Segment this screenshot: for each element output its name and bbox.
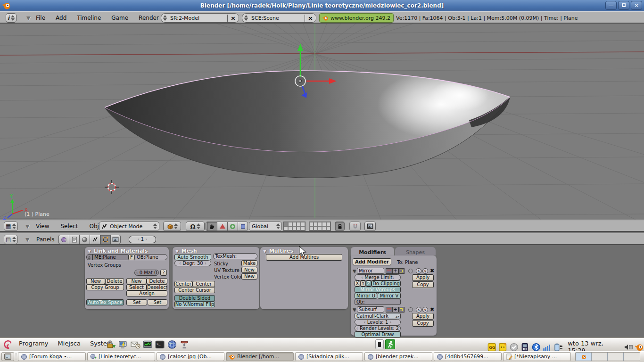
editmode-visibility-icon[interactable] xyxy=(398,268,405,274)
mirror-vgroups-toggle[interactable]: Mirror Vgroups xyxy=(355,287,401,293)
add-modifier-button[interactable]: Add Modifier xyxy=(353,258,391,265)
workspace-switcher[interactable] xyxy=(575,352,640,361)
panel-header[interactable]: ▼ Link and Materials xyxy=(88,248,148,254)
taskbar-window-4d8b[interactable]: [4d8b4567699... xyxy=(434,352,502,361)
mirror-object-field[interactable]: Ob: xyxy=(355,299,401,305)
material-counter[interactable]: ‹ 0 Mat 0 › xyxy=(134,270,159,276)
battery-tray-icon[interactable] xyxy=(554,343,563,352)
scale-manipulator-button[interactable] xyxy=(227,222,238,231)
blender-tray-icon[interactable] xyxy=(635,343,644,352)
panel-header[interactable]: ▼ Multires xyxy=(263,248,293,254)
mirror-axis-y-toggle[interactable]: Y xyxy=(360,280,366,287)
cage-toggle-icon[interactable] xyxy=(408,269,413,273)
workspace-3[interactable] xyxy=(608,353,624,361)
stepper-icon[interactable] xyxy=(244,15,248,21)
taskbar-window-linie[interactable]: [Linie teoretyc... xyxy=(87,352,155,361)
material-help-button[interactable]: ? xyxy=(160,270,167,276)
software-update-launcher-icon[interactable] xyxy=(106,339,116,350)
mirror-axis-x-toggle[interactable]: X xyxy=(355,280,360,287)
draw-type-selector[interactable] xyxy=(163,222,181,231)
frame-counter[interactable]: ‹ 1 › xyxy=(129,236,156,243)
collapse-arrow-icon[interactable]: ▼ xyxy=(25,223,29,230)
degr-slider[interactable]: ‹ Degr: 30 › xyxy=(174,260,211,266)
expand-icon[interactable]: ▼ xyxy=(353,269,356,273)
menu-timeline[interactable]: Timeline xyxy=(75,15,103,21)
web-browser-launcher-icon[interactable] xyxy=(167,339,177,350)
move-down-button[interactable]: ∨ xyxy=(422,268,428,274)
tab-modifiers[interactable]: Modifiers xyxy=(351,247,394,255)
terminal-launcher-icon[interactable]: >_ xyxy=(155,339,165,350)
mode-selector[interactable]: Object Mode xyxy=(99,222,159,231)
signal-strength-tray-icon[interactable] xyxy=(543,343,551,352)
snap-button[interactable] xyxy=(349,222,361,231)
double-sided-toggle[interactable]: Double Sided xyxy=(174,295,215,301)
sticky-make-button[interactable]: Make xyxy=(241,260,257,266)
unlink-scene-button[interactable]: × xyxy=(305,15,316,22)
combo-manipulator-button[interactable] xyxy=(238,222,248,231)
menu-render[interactable]: Render xyxy=(137,15,161,21)
debian-menu-icon[interactable] xyxy=(3,339,13,350)
subsurf-apply-button[interactable]: Apply xyxy=(412,313,434,320)
center-new-button[interactable]: Center New xyxy=(192,281,215,287)
show-desktop-button[interactable] xyxy=(1,352,14,361)
workbench-launcher-icon[interactable] xyxy=(179,339,190,350)
menu-add[interactable]: Add xyxy=(54,15,68,21)
workspace-1[interactable] xyxy=(576,353,592,361)
rotate-manipulator-button[interactable] xyxy=(217,222,227,231)
no-vnormal-flip-toggle[interactable]: No V.Normal Flip xyxy=(174,301,215,307)
fake-user-button[interactable]: F xyxy=(128,254,135,260)
realtime-visibility-icon[interactable]: + xyxy=(392,268,398,274)
object-name-field[interactable]: OB:Plane xyxy=(135,254,167,260)
render-levels-slider[interactable]: ‹ Render Levels: 2 › xyxy=(355,325,401,331)
close-button[interactable]: × xyxy=(631,1,642,10)
panels-label[interactable]: Panels xyxy=(34,236,57,243)
workspace-2[interactable] xyxy=(592,353,608,361)
subsurf-name-field[interactable]: Subsurf xyxy=(357,306,384,313)
mirror-axis-z-toggle[interactable]: Z xyxy=(366,280,372,287)
window-type-selector[interactable]: ▦ xyxy=(4,222,18,231)
window-type-selector[interactable]: i xyxy=(6,13,17,23)
menu-file[interactable]: File xyxy=(34,15,47,21)
bluetooth-tray-icon[interactable] xyxy=(532,343,540,352)
delete-modifier-icon[interactable]: ✖ xyxy=(430,306,434,313)
copy-group-button[interactable]: Copy Group xyxy=(86,284,124,290)
mesh-name-field[interactable]: ME:Plane xyxy=(92,254,128,260)
screen-selector[interactable]: SR:2-Model × xyxy=(161,13,239,23)
tab-shapes[interactable]: Shapes xyxy=(395,247,436,255)
subsurf-levels-slider[interactable]: ‹ Levels: 1 › xyxy=(355,319,401,325)
cage-toggle-icon[interactable] xyxy=(408,307,413,312)
layer-buttons-group-2[interactable] xyxy=(309,222,331,231)
maximize-button[interactable] xyxy=(618,1,629,10)
collapse-arrow-icon[interactable]: ▼ xyxy=(25,237,29,243)
lock-layers-button[interactable] xyxy=(335,222,345,231)
optimal-draw-toggle[interactable]: Optimal Draw xyxy=(355,331,401,337)
window-titlebar[interactable]: Blender [/home/radek/Holk/Plany/Linie te… xyxy=(0,0,644,11)
vertex-color-new-button[interactable]: New xyxy=(241,273,257,280)
editing-buttons-tab[interactable] xyxy=(100,235,110,244)
texmesh-field[interactable]: TexMesh: xyxy=(213,253,257,259)
mirror-copy-button[interactable]: Copy xyxy=(412,281,434,288)
logic-buttons-tab[interactable] xyxy=(58,235,69,244)
taskbar-window-forum[interactable]: [Forum Koga •... xyxy=(18,352,86,361)
mirror-apply-button[interactable]: Apply xyxy=(412,274,434,281)
shading-buttons-tab[interactable] xyxy=(79,235,90,244)
mail-launcher-icon[interactable] xyxy=(130,339,140,350)
panel-grip[interactable] xyxy=(16,354,17,360)
viewport-3d[interactable]: Y X Z (1 ) Plane xyxy=(0,24,644,220)
set-smooth-button[interactable]: Set Smoot xyxy=(126,299,147,305)
material-new-button[interactable]: New xyxy=(126,278,147,284)
stepper-icon[interactable] xyxy=(163,15,167,21)
set-solid-button[interactable]: Set Solid xyxy=(148,299,167,305)
menu-game[interactable]: Game xyxy=(109,15,130,21)
force-quit-button[interactable] xyxy=(385,339,395,349)
editmode-visibility-icon[interactable] xyxy=(398,307,405,313)
vgroup-delete-button[interactable]: Delete xyxy=(105,278,124,284)
object-buttons-tab[interactable] xyxy=(90,235,100,244)
center-button[interactable]: Center xyxy=(174,281,192,287)
move-down-button[interactable]: ∨ xyxy=(422,307,428,313)
do-clipping-toggle[interactable]: Do Clipping xyxy=(372,280,401,287)
delete-modifier-icon[interactable]: ✖ xyxy=(430,268,434,274)
volume-tray-icon[interactable] xyxy=(624,343,633,352)
taskbar-window-skladnica[interactable]: [Składnica plik... xyxy=(295,352,363,361)
mirror-v-toggle[interactable]: Mirror V xyxy=(378,293,401,299)
